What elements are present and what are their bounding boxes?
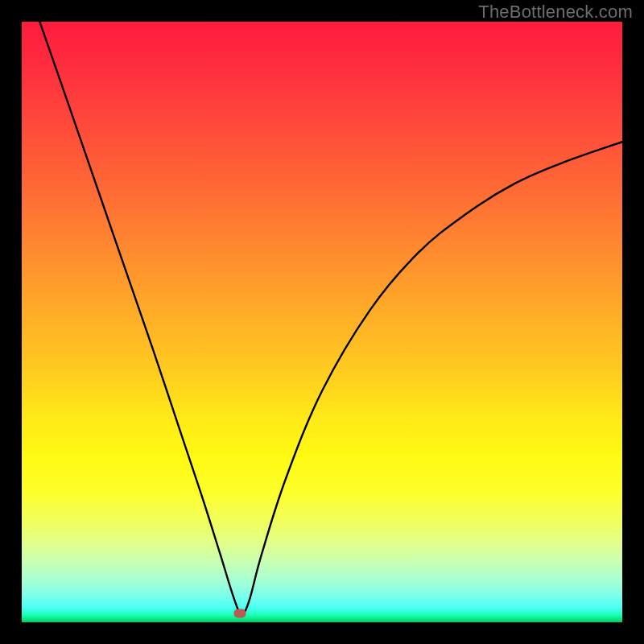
plot-area bbox=[22, 22, 622, 622]
minimum-marker bbox=[233, 609, 246, 617]
bottleneck-curve bbox=[39, 22, 622, 616]
curve-svg bbox=[22, 22, 622, 622]
watermark-text: TheBottleneck.com bbox=[478, 2, 633, 23]
chart-frame: TheBottleneck.com bbox=[0, 0, 644, 644]
